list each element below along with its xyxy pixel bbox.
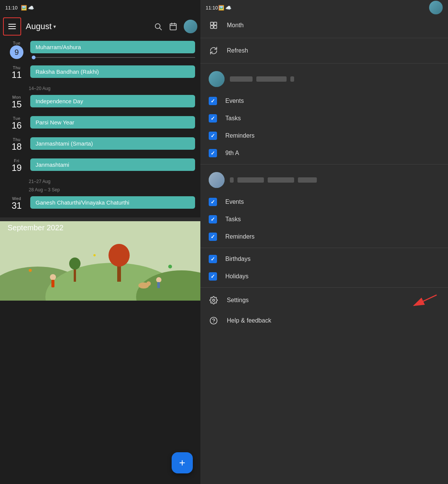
event-col-9: Muharram/Ashura xyxy=(28,41,195,59)
info-block xyxy=(237,177,264,183)
event-col-15: Independence Day xyxy=(28,95,195,107)
checkbox-events-1[interactable]: ✓ Events xyxy=(200,92,448,110)
checkbox-tasks-1[interactable]: ✓ Tasks xyxy=(200,110,448,127)
checkbox-birthdays[interactable]: ✓ Birthdays xyxy=(200,250,448,268)
checkbox-tasks-2[interactable]: ✓ Tasks xyxy=(200,211,448,228)
drawer-settings[interactable]: Settings xyxy=(200,290,448,310)
time-left: 11:10 xyxy=(5,5,18,11)
hamburger-icon xyxy=(8,24,16,29)
month-label: August xyxy=(26,22,52,31)
info-block xyxy=(290,76,294,82)
svg-rect-15 xyxy=(51,280,54,287)
event-col-19: Janmashtami xyxy=(28,158,195,171)
status-bar-left: 11:10 🖼️ ☁️ xyxy=(0,0,200,15)
info-block xyxy=(230,177,234,183)
svg-point-16 xyxy=(156,277,161,282)
drawer-help[interactable]: Help & feedback xyxy=(200,310,448,331)
date-label-19: Fri 19 xyxy=(5,158,28,173)
svg-line-29 xyxy=(414,295,437,306)
reminders-label-1: Reminders xyxy=(225,132,254,139)
header-icons xyxy=(153,20,197,33)
fab-button[interactable]: + xyxy=(172,452,193,473)
svg-point-19 xyxy=(146,281,151,286)
left-panel: 11:10 🖼️ ☁️ August ▾ xyxy=(0,0,200,484)
event-row-fri-19: Fri 19 Janmashtami xyxy=(0,155,200,177)
events-label-1: Events xyxy=(225,98,244,104)
event-independence[interactable]: Independence Day xyxy=(30,95,195,107)
account-avatar-1[interactable] xyxy=(209,71,225,87)
event-janmashtami-smarta[interactable]: Janmashtami (Smarta) xyxy=(30,137,195,150)
date-label-15: Mon 15 xyxy=(5,95,28,109)
menu-button[interactable] xyxy=(3,17,21,36)
event-muharram[interactable]: Muharram/Ashura xyxy=(30,41,195,53)
svg-point-27 xyxy=(212,299,215,301)
settings-label: Settings xyxy=(227,297,249,304)
account-avatar-2[interactable] xyxy=(209,172,225,188)
day-num-19: 19 xyxy=(12,163,22,173)
divider-5 xyxy=(200,287,448,288)
divider-3 xyxy=(200,164,448,164)
checkbox-icon-birthdays: ✓ xyxy=(209,255,217,263)
checkbox-icon-holidays: ✓ xyxy=(209,272,217,281)
drawer-month[interactable]: Month xyxy=(200,15,448,36)
event-row-thu-11: Thu 11 Raksha Bandhan (Rakhi) xyxy=(0,62,200,84)
day-name-tue: Tue xyxy=(13,41,20,45)
help-icon xyxy=(209,316,219,326)
info-block xyxy=(268,177,294,183)
status-bar-right: 11:10 🖼️ ☁️ xyxy=(200,0,448,15)
info-block xyxy=(298,177,317,183)
divider-4 xyxy=(200,248,448,248)
tasks-label-1: Tasks xyxy=(225,115,241,122)
calendar-icon[interactable] xyxy=(169,22,178,31)
svg-point-14 xyxy=(50,274,56,280)
svg-line-1 xyxy=(160,28,161,30)
time-right: 11:10 xyxy=(206,5,218,11)
refresh-label: Refresh xyxy=(227,47,248,54)
month-title[interactable]: August ▾ xyxy=(26,22,56,31)
search-icon[interactable] xyxy=(153,22,163,31)
event-row-tue-16: Tue 16 Parsi New Year xyxy=(0,113,200,134)
svg-rect-26 xyxy=(214,26,217,28)
svg-rect-23 xyxy=(211,22,213,25)
event-janmashtami[interactable]: Janmashtami xyxy=(30,158,195,171)
checkbox-reminders-1[interactable]: ✓ Reminders xyxy=(200,127,448,144)
refresh-icon xyxy=(209,46,219,56)
checkbox-icon-9tha: ✓ xyxy=(209,149,217,157)
event-parsi[interactable]: Parsi New Year xyxy=(30,116,195,129)
9tha-label: 9th A xyxy=(225,150,239,157)
drawer-refresh[interactable]: Refresh xyxy=(200,40,448,61)
event-raksha[interactable]: Raksha Bandhan (Rakhi) xyxy=(30,65,195,78)
reminders-label-2: Reminders xyxy=(225,233,254,240)
day-num-18: 18 xyxy=(12,142,22,152)
svg-rect-25 xyxy=(211,26,213,28)
day-num-15: 15 xyxy=(12,99,22,109)
checkbox-icon-reminders-2: ✓ xyxy=(209,233,217,241)
september-title: September 2022 xyxy=(0,217,200,232)
event-row-thu-18: Thu 18 Janmashtami (Smarta) xyxy=(0,134,200,155)
avatar[interactable] xyxy=(184,20,197,33)
account-row-1 xyxy=(200,66,448,92)
event-ganesh[interactable]: Ganesh Chaturthi/Vinayaka Chaturthi xyxy=(30,196,195,209)
account-info-2 xyxy=(230,177,317,183)
checkbox-icon-events-2: ✓ xyxy=(209,198,217,206)
week-label-14-20: 14–20 Aug xyxy=(0,84,200,92)
checkbox-icon-tasks-2: ✓ xyxy=(209,215,217,223)
info-block xyxy=(256,76,287,82)
checkbox-events-2[interactable]: ✓ Events xyxy=(200,193,448,211)
event-col-31: Ganesh Chaturthi/Vinayaka Chaturthi xyxy=(28,196,195,209)
svg-rect-17 xyxy=(157,282,160,288)
event-row-tue-9: Tue 9 Muharram/Ashura xyxy=(0,38,200,62)
checkbox-reminders-2[interactable]: ✓ Reminders xyxy=(200,228,448,245)
account-info-1 xyxy=(230,76,294,82)
checkbox-9tha[interactable]: ✓ 9th A xyxy=(200,144,448,162)
date-label-18: Thu 18 xyxy=(5,137,28,152)
avatar-right[interactable] xyxy=(429,1,443,14)
birthdays-label: Birthdays xyxy=(225,256,251,262)
checkbox-icon-events-1: ✓ xyxy=(209,97,217,105)
event-row-mon-15: Mon 15 Independence Day xyxy=(0,92,200,113)
event-col-18: Janmashtami (Smarta) xyxy=(28,137,195,150)
tasks-label-2: Tasks xyxy=(225,216,241,223)
event-col-11: Raksha Bandhan (Rakhi) xyxy=(28,65,195,78)
checkbox-holidays[interactable]: ✓ Holidays xyxy=(200,268,448,285)
day-num-31: 31 xyxy=(12,201,22,211)
